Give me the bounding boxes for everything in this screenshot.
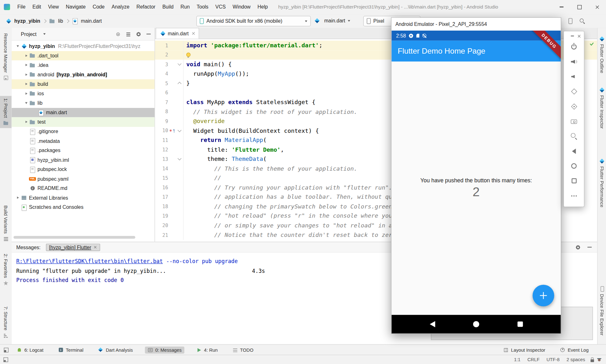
toolwindow-button-event-log[interactable]: Event Log xyxy=(557,346,591,353)
hide-panel-icon[interactable] xyxy=(587,247,591,247)
left-strip-tab-1-project[interactable]: 1: Project xyxy=(0,96,12,128)
toolwindow-button-4-run[interactable]: 4: Run xyxy=(193,346,220,353)
horizontal-scrollbar[interactable] xyxy=(14,236,135,239)
device-selector-dropdown[interactable]: Android SDK built for x86 (mobile) xyxy=(196,16,311,26)
emulator-camera-button[interactable] xyxy=(568,117,579,125)
code-text[interactable]: runApp(MyApp()); xyxy=(184,70,249,77)
expand-arrow-icon[interactable] xyxy=(23,119,29,125)
expand-arrow-icon[interactable] xyxy=(23,81,29,87)
toolwindow-toggle-icon[interactable] xyxy=(3,357,8,362)
toolwindow-button-dart-analysis[interactable]: Dart Analysis xyxy=(95,346,135,353)
tool-window-switcher-icon[interactable] xyxy=(4,348,9,352)
status-crlf[interactable]: CRLF xyxy=(527,357,539,362)
code-text[interactable]: return MaterialApp( xyxy=(184,137,267,144)
highlighting-level-icon[interactable] xyxy=(597,357,601,362)
tree-item-packages[interactable]: .packages xyxy=(12,146,155,155)
toolwindow-button-todo[interactable]: TODO xyxy=(230,346,256,353)
right-strip-tab-device-file-explor-er[interactable]: Device File Explor­er xyxy=(597,284,606,338)
breadcrumb-lib[interactable]: lib xyxy=(49,18,63,24)
emulator-zoom-button[interactable] xyxy=(568,132,579,140)
right-strip-tab-flutter-performance[interactable]: Flutter Performance xyxy=(597,156,606,209)
code-text[interactable]: } xyxy=(184,80,190,87)
minimize-icon[interactable] xyxy=(571,36,574,36)
override-icon[interactable] xyxy=(173,129,176,132)
fold-marker-icon[interactable] xyxy=(178,156,181,160)
code-text[interactable]: theme: ThemeData( xyxy=(184,156,267,162)
emulator-power-button[interactable] xyxy=(568,43,579,51)
tree-item-gitignore[interactable]: .gitignore xyxy=(12,127,155,136)
gear-icon[interactable] xyxy=(136,32,141,37)
expand-arrow-icon[interactable] xyxy=(23,100,29,106)
menu-tools[interactable]: Tools xyxy=(193,4,212,9)
emulator-rotate-right-button[interactable] xyxy=(568,103,579,110)
code-text[interactable] xyxy=(184,53,193,57)
left-strip-tab-build-variants[interactable]: Build Variants xyxy=(0,203,12,244)
emulator-overview-button[interactable] xyxy=(568,177,579,185)
close-button[interactable] xyxy=(588,0,606,14)
right-strip-tab-flutter-inspector[interactable]: Flutter Inspector xyxy=(597,85,606,131)
tree-item-external-libraries[interactable]: External Libraries xyxy=(12,193,155,203)
expand-arrow-icon[interactable] xyxy=(23,91,29,97)
tree-item-android[interactable]: android[hyzp_yibin_android] xyxy=(12,70,155,79)
toolwindow-button-terminal[interactable]: Terminal xyxy=(56,346,86,353)
emulator-back-button[interactable] xyxy=(568,147,579,155)
search-everywhere-icon[interactable] xyxy=(579,18,585,24)
status-utf-8[interactable]: UTF-8 xyxy=(546,357,560,362)
hide-panel-icon[interactable] xyxy=(146,34,151,34)
overview-button[interactable] xyxy=(517,321,523,327)
intention-bulb-icon[interactable] xyxy=(186,53,190,57)
close-icon[interactable] xyxy=(577,34,581,38)
fold-marker-icon[interactable] xyxy=(178,62,181,66)
menu-vcs[interactable]: VCS xyxy=(212,4,229,9)
menu-edit[interactable]: Edit xyxy=(29,4,45,9)
code-text[interactable]: // This is the theme of your application… xyxy=(184,165,357,172)
console-link[interactable]: R:\Flutter\FlutterSDK\flutter\bin\flutte… xyxy=(16,258,163,264)
tree-item-ios[interactable]: ios xyxy=(12,89,155,98)
tree-item-hyzp-yibin-iml[interactable]: hyzp_yibin.iml xyxy=(12,155,155,165)
toolwindow-button-layout-inspector[interactable]: Layout Inspector xyxy=(501,346,548,353)
menu-code[interactable]: Code xyxy=(89,4,108,9)
attach-debugger-icon[interactable] xyxy=(568,18,572,24)
tree-item-metadata[interactable]: .metadata xyxy=(12,136,155,146)
left-strip-tab-7-structure[interactable]: 7: Structure xyxy=(0,304,12,340)
gear-icon[interactable] xyxy=(575,245,580,250)
code-text[interactable]: @override xyxy=(184,118,225,125)
tree-item-hyzp-yibin[interactable]: hyzp_yibinR:\FlutterProject\FlutterProje… xyxy=(12,41,155,51)
tree-item-idea[interactable]: .idea xyxy=(12,60,155,70)
expand-arrow-icon[interactable] xyxy=(15,195,21,201)
menu-file[interactable]: File xyxy=(14,4,29,9)
menu-analyze[interactable]: Analyze xyxy=(108,4,133,9)
menu-view[interactable]: View xyxy=(45,4,62,9)
emulator-volume-up-button[interactable] xyxy=(568,58,579,66)
tree-item-scratches-and-consoles[interactable]: Scratches and Consoles xyxy=(12,203,155,212)
emulator-volume-down-button[interactable] xyxy=(568,73,579,81)
menu-refactor[interactable]: Refactor xyxy=(133,4,159,9)
messages-tab-flutter[interactable]: [hyzp_yibin] Flutter xyxy=(46,244,100,251)
menu-run[interactable]: Run xyxy=(177,4,193,9)
close-tab-icon[interactable] xyxy=(94,246,97,249)
tree-item-pubspec-yaml[interactable]: YMLpubspec.yaml xyxy=(12,174,155,184)
locate-file-icon[interactable] xyxy=(116,32,121,37)
close-tab-icon[interactable] xyxy=(192,32,195,35)
code-text[interactable]: void main() { xyxy=(184,61,232,68)
back-button[interactable] xyxy=(430,321,435,327)
expand-arrow-icon[interactable] xyxy=(23,52,29,59)
increment-fab-button[interactable] xyxy=(532,285,554,307)
minimize-button[interactable] xyxy=(553,0,570,14)
tree-item-pubspec-lock[interactable]: pubspec.lock xyxy=(12,165,155,174)
expand-arrow-icon[interactable] xyxy=(15,43,21,49)
code-text[interactable]: // This widget is the root of your appli… xyxy=(184,108,357,115)
run-configuration-dropdown[interactable]: main.dart xyxy=(312,16,353,26)
menu-help[interactable]: Help xyxy=(254,4,271,9)
status-2-spaces[interactable]: 2 spaces xyxy=(567,357,585,362)
left-strip-tab-2-favorites[interactable]: 2: Favorites xyxy=(0,251,12,288)
tree-item-readme-md[interactable]: iREADME.md xyxy=(12,184,155,193)
tree-item-main-dart[interactable]: main.dart xyxy=(12,108,155,117)
editor-tab-main-dart[interactable]: main.dart xyxy=(156,28,199,38)
emulator-home-button[interactable] xyxy=(568,162,579,170)
tree-item-build[interactable]: build xyxy=(12,79,155,89)
collapse-all-icon[interactable] xyxy=(126,32,131,37)
maximize-button[interactable] xyxy=(570,0,588,14)
code-text[interactable]: // xyxy=(184,174,221,181)
code-text[interactable]: class MyApp extends StatelessWidget { xyxy=(184,99,316,106)
